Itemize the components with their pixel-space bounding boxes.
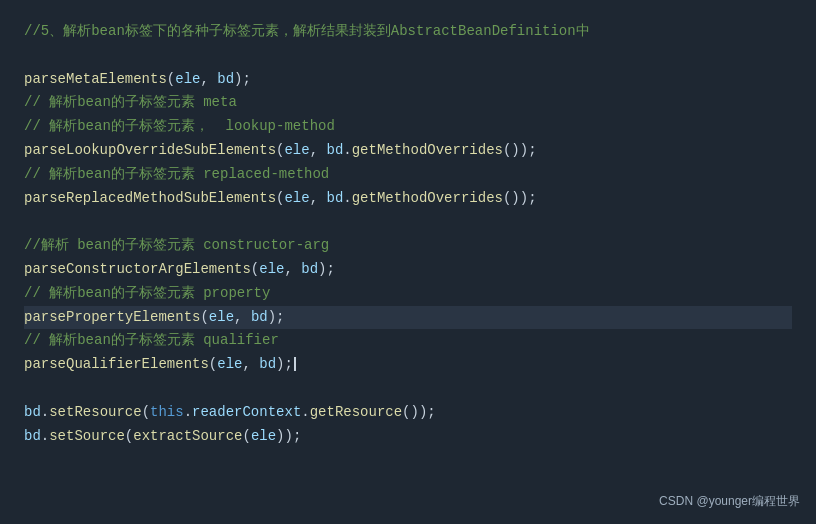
param-ele-18: ele bbox=[251, 428, 276, 444]
code-line-empty-1 bbox=[24, 44, 792, 68]
code-text-18a: . bbox=[41, 428, 49, 444]
code-text-11b: , bbox=[284, 261, 301, 277]
code-text-11c: ); bbox=[318, 261, 335, 277]
code-text-17b: ( bbox=[142, 404, 150, 420]
code-line-5: // 解析bean的子标签元素， lookup-method bbox=[24, 115, 792, 139]
param-ele-15: ele bbox=[217, 356, 242, 372]
code-text-18b: ( bbox=[125, 428, 133, 444]
code-line-7: // 解析bean的子标签元素 replaced-method bbox=[24, 163, 792, 187]
code-text-6b: , bbox=[310, 142, 327, 158]
code-line-12: // 解析bean的子标签元素 property bbox=[24, 282, 792, 306]
code-text-13c: ); bbox=[268, 309, 285, 325]
param-bd: bd bbox=[217, 71, 234, 87]
method-parseReplaced: parseReplacedMethodSubElements bbox=[24, 190, 276, 206]
code-text: ( bbox=[167, 71, 175, 87]
code-text-17e: ()); bbox=[402, 404, 436, 420]
method-parseProperty: parsePropertyElements bbox=[24, 309, 200, 325]
code-text-8b: , bbox=[310, 190, 327, 206]
method-setSource: setSource bbox=[49, 428, 125, 444]
code-line-empty-3 bbox=[24, 377, 792, 401]
code-text-17d: . bbox=[301, 404, 309, 420]
code-line-15: parseQualifierElements(ele, bd); bbox=[24, 353, 792, 377]
code-text-6c: . bbox=[343, 142, 351, 158]
code-line-6: parseLookupOverrideSubElements(ele, bd.g… bbox=[24, 139, 792, 163]
method-extractSource: extractSource bbox=[133, 428, 242, 444]
code-text-17a: . bbox=[41, 404, 49, 420]
code-text-13a: ( bbox=[200, 309, 208, 325]
kw-this: this bbox=[150, 404, 184, 420]
param-ele-8: ele bbox=[284, 190, 309, 206]
code-text-13b: , bbox=[234, 309, 251, 325]
param-readerContext: readerContext bbox=[192, 404, 301, 420]
watermark: CSDN @younger编程世界 bbox=[659, 493, 800, 510]
code-line-empty-2 bbox=[24, 210, 792, 234]
code-editor: //5、解析bean标签下的各种子标签元素，解析结果封装到AbstractBea… bbox=[0, 0, 816, 524]
method-parseConstructor: parseConstructorArgElements bbox=[24, 261, 251, 277]
code-text-18d: )); bbox=[276, 428, 301, 444]
param-ele-11: ele bbox=[259, 261, 284, 277]
code-line-3: parseMetaElements(ele, bd); bbox=[24, 68, 792, 92]
code-paren: ); bbox=[234, 71, 251, 87]
method-parseLookup: parseLookupOverrideSubElements bbox=[24, 142, 276, 158]
param-bd-8: bd bbox=[326, 190, 343, 206]
code-line-10: //解析 bean的子标签元素 constructor-arg bbox=[24, 234, 792, 258]
code-text-6d: ()); bbox=[503, 142, 537, 158]
method-parseMetaElements: parseMetaElements bbox=[24, 71, 167, 87]
code-line-18: bd.setSource(extractSource(ele)); bbox=[24, 425, 792, 449]
method-setResource: setResource bbox=[49, 404, 141, 420]
code-text-8d: ()); bbox=[503, 190, 537, 206]
code-text-17c: . bbox=[184, 404, 192, 420]
method-parseQualifier: parseQualifierElements bbox=[24, 356, 209, 372]
code-line-14: // 解析bean的子标签元素 qualifier bbox=[24, 329, 792, 353]
param-bd-15: bd bbox=[259, 356, 276, 372]
code-text-15a: ( bbox=[209, 356, 217, 372]
param-bd-6: bd bbox=[326, 142, 343, 158]
code-text-11a: ( bbox=[251, 261, 259, 277]
code-line-1: //5、解析bean标签下的各种子标签元素，解析结果封装到AbstractBea… bbox=[24, 20, 792, 44]
code-line-13: parsePropertyElements(ele, bd); bbox=[24, 306, 792, 330]
var-bd-17: bd bbox=[24, 404, 41, 420]
method-getMethodOverrides-6: getMethodOverrides bbox=[352, 142, 503, 158]
code-text-15c: ); bbox=[276, 356, 293, 372]
code-text-15b: , bbox=[242, 356, 259, 372]
code-line-11: parseConstructorArgElements(ele, bd); bbox=[24, 258, 792, 282]
method-getResource: getResource bbox=[310, 404, 402, 420]
code-comma: , bbox=[200, 71, 217, 87]
code-line-17: bd.setResource(this.readerContext.getRes… bbox=[24, 401, 792, 425]
code-line-8: parseReplacedMethodSubElements(ele, bd.g… bbox=[24, 187, 792, 211]
param-ele-13: ele bbox=[209, 309, 234, 325]
cursor-caret bbox=[294, 357, 296, 371]
param-ele: ele bbox=[175, 71, 200, 87]
code-line-4: // 解析bean的子标签元素 meta bbox=[24, 91, 792, 115]
code-text-8c: . bbox=[343, 190, 351, 206]
param-ele-6: ele bbox=[284, 142, 309, 158]
param-bd-11: bd bbox=[301, 261, 318, 277]
var-bd-18: bd bbox=[24, 428, 41, 444]
param-bd-13: bd bbox=[251, 309, 268, 325]
code-text-18c: ( bbox=[242, 428, 250, 444]
method-getMethodOverrides-8: getMethodOverrides bbox=[352, 190, 503, 206]
